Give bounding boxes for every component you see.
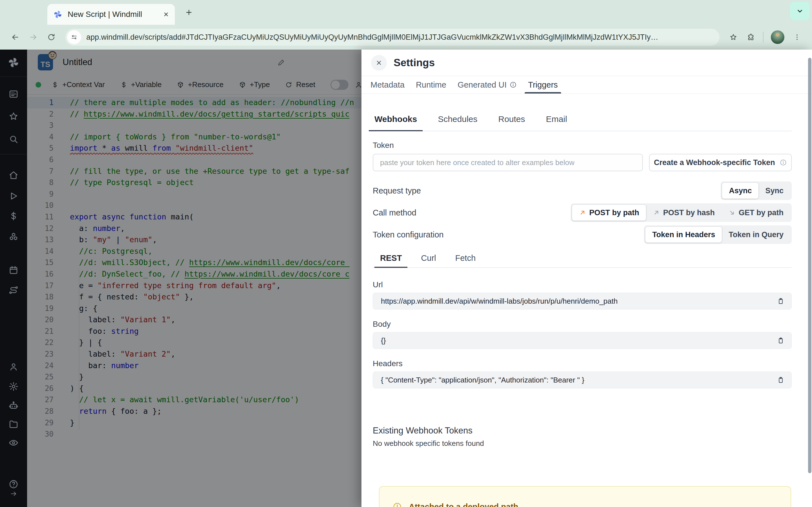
- bookmark-icon[interactable]: [729, 33, 737, 41]
- sidebar-item-resources[interactable]: [0, 232, 27, 242]
- arrow-up-right-icon: [579, 209, 586, 216]
- tab-schedules[interactable]: Schedules: [436, 114, 479, 131]
- close-icon: [375, 59, 382, 66]
- person-icon: [8, 362, 18, 372]
- tab-label: Fetch: [455, 253, 476, 263]
- url-value: https://app.windmill.dev/api/w/windmill-…: [381, 297, 777, 305]
- play-icon: [8, 191, 18, 201]
- tab-label: REST: [380, 253, 402, 263]
- sidebar-item-help[interactable]: [0, 479, 27, 489]
- existing-tokens-empty: No webhook specific tokens found: [373, 439, 792, 448]
- example-language-tabs: RESTCurlFetch: [373, 253, 792, 268]
- token-configuration-toggle: Token in HeadersToken in Query: [644, 225, 792, 244]
- new-tab-button[interactable]: [185, 8, 193, 16]
- copy-icon[interactable]: [777, 337, 784, 344]
- body-value: {}: [381, 336, 777, 345]
- cubes-icon: [8, 232, 18, 242]
- windmill-icon: [7, 56, 20, 69]
- tab-label: Routes: [498, 114, 525, 124]
- call-method-label: Call method: [373, 208, 416, 217]
- tab-metadata[interactable]: Metadata: [365, 76, 410, 94]
- url-field[interactable]: https://app.windmill.dev/api/w/windmill-…: [373, 293, 792, 309]
- back-button[interactable]: [11, 33, 19, 41]
- close-settings-button[interactable]: [371, 55, 387, 71]
- headers-value: { "Content-Type": "application/json", "A…: [381, 376, 777, 385]
- body-label: Body: [373, 320, 792, 329]
- star-icon: [8, 111, 18, 121]
- token-in-query-option[interactable]: Token in Query: [722, 227, 790, 242]
- sidebar-item-runs[interactable]: [0, 191, 27, 201]
- sidebar-item-workers[interactable]: [0, 400, 27, 411]
- tab-routes[interactable]: Routes: [497, 114, 527, 131]
- sidebar-item-apps[interactable]: [0, 89, 27, 99]
- browser-tab[interactable]: New Script | Windmill: [47, 4, 175, 25]
- copy-icon[interactable]: [777, 376, 784, 384]
- token-configuration-row: Token configuration Token in HeadersToke…: [373, 225, 792, 244]
- call-method-row: Call method POST by pathPOST by hashGET …: [373, 203, 792, 222]
- request-type-toggle: AsyncSync: [721, 181, 792, 200]
- headers-field[interactable]: { "Content-Type": "application/json", "A…: [373, 372, 792, 388]
- screen: New Script | Windmill app.windmill.dev/s…: [0, 0, 812, 507]
- tab-rest[interactable]: REST: [378, 253, 403, 267]
- toolbar-divider: [763, 32, 763, 43]
- home-icon: [8, 170, 18, 180]
- post-by-hash-option[interactable]: POST by hash: [646, 205, 721, 221]
- editor-dim-overlay[interactable]: [27, 50, 361, 507]
- url-text: app.windmill.dev/scripts/add#JTdCJTIyaGF…: [86, 33, 658, 42]
- arrow-right-icon: [10, 490, 17, 497]
- copy-icon[interactable]: [777, 297, 784, 305]
- robot-icon: [8, 400, 18, 411]
- site-settings-button[interactable]: [67, 30, 81, 44]
- sidebar: [0, 50, 27, 507]
- profile-avatar[interactable]: [771, 31, 784, 44]
- sidebar-item-routes[interactable]: [0, 285, 27, 295]
- tab-close-icon[interactable]: [163, 11, 169, 17]
- sidebar-item-schedules[interactable]: [0, 265, 27, 275]
- post-by-path-option[interactable]: POST by path: [572, 205, 646, 221]
- reload-button[interactable]: [47, 33, 56, 41]
- token-in-headers-option[interactable]: Token in Headers: [645, 227, 722, 242]
- tab-generated-ui[interactable]: Generated UI: [452, 76, 522, 94]
- token-input[interactable]: paste your token here once created to al…: [373, 154, 643, 171]
- app-window: TS Untitled +Context Var+Variable+Resour…: [0, 50, 812, 507]
- sidebar-item-home[interactable]: [0, 170, 27, 180]
- triggers-panel: WebhooksSchedulesRoutesEmail Token paste…: [373, 94, 792, 507]
- token-placeholder: paste your token here once created to al…: [380, 158, 574, 167]
- sidebar-item-folders[interactable]: [0, 419, 27, 429]
- sidebar-item-favorites[interactable]: [0, 111, 27, 121]
- sidebar-item-search[interactable]: [0, 134, 27, 144]
- extensions-icon[interactable]: [747, 33, 755, 41]
- create-webhook-token-button[interactable]: Create a Webhook-specific Token: [649, 154, 792, 171]
- browser-menu-icon[interactable]: [793, 33, 801, 41]
- tab-label: Schedules: [438, 114, 477, 124]
- create-webhook-token-label: Create a Webhook-specific Token: [654, 158, 775, 167]
- panel-scrollbar[interactable]: [808, 58, 811, 473]
- sidebar-item-workspace-settings[interactable]: [0, 381, 27, 392]
- sidebar-item-users[interactable]: [0, 362, 27, 372]
- sidebar-item-variables[interactable]: [0, 211, 27, 221]
- tab-webhooks[interactable]: Webhooks: [373, 114, 419, 131]
- windmill-favicon: [53, 10, 63, 19]
- sidebar-expand-toggle[interactable]: [0, 490, 27, 497]
- browser-toolbar: app.windmill.dev/scripts/add#JTdCJTIyaGF…: [0, 25, 812, 50]
- tab-email[interactable]: Email: [544, 114, 569, 131]
- windmill-logo: [0, 56, 27, 69]
- tab-runtime[interactable]: Runtime: [410, 76, 452, 94]
- sync-option[interactable]: Sync: [758, 183, 790, 199]
- get-by-path-option[interactable]: GET by path: [721, 205, 790, 221]
- tab-fetch[interactable]: Fetch: [454, 253, 477, 267]
- option-label: GET by path: [739, 209, 783, 217]
- url-bar[interactable]: app.windmill.dev/scripts/add#JTdCJTIyaGF…: [65, 29, 719, 46]
- forward-button[interactable]: [29, 33, 38, 41]
- sidebar-divider: [0, 154, 27, 154]
- window-control-button[interactable]: [790, 2, 810, 20]
- gear-icon: [8, 381, 18, 392]
- async-option[interactable]: Async: [722, 183, 758, 199]
- info-icon: [779, 159, 787, 166]
- tab-label: Generated UI: [458, 80, 507, 90]
- tab-triggers[interactable]: Triggers: [522, 76, 563, 94]
- body-field[interactable]: {}: [373, 332, 792, 349]
- call-method-toggle: POST by pathPOST by hashGET by path: [571, 203, 792, 222]
- sidebar-item-audit-logs[interactable]: [0, 438, 27, 448]
- tab-curl[interactable]: Curl: [419, 253, 438, 267]
